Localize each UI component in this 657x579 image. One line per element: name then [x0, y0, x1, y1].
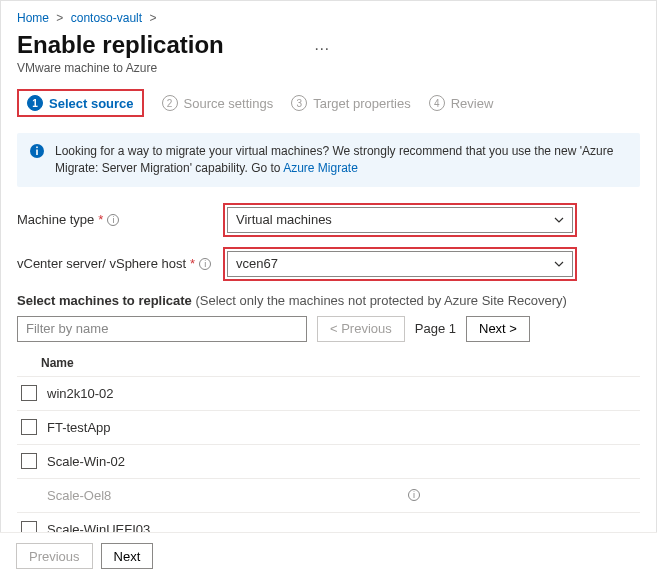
- help-icon[interactable]: i: [107, 214, 119, 226]
- step-label: Target properties: [313, 96, 411, 111]
- chevron-down-icon: [554, 259, 564, 269]
- section-select-machines: Select machines to replicate (Select onl…: [17, 293, 640, 308]
- step-target-properties[interactable]: 3 Target properties: [291, 95, 411, 111]
- section-hint: (Select only the machines not protected …: [195, 293, 566, 308]
- table-row[interactable]: Scale-Oel8i: [17, 478, 640, 512]
- label-text: vCenter server/ vSphere host: [17, 256, 186, 271]
- breadcrumb-sep: >: [56, 11, 63, 25]
- required-icon: *: [190, 256, 195, 271]
- label-vcenter: vCenter server/ vSphere host * i: [17, 256, 217, 271]
- info-banner: Looking for a way to migrate your virtua…: [17, 133, 640, 187]
- breadcrumb-sep: >: [149, 11, 156, 25]
- table-header: Name: [17, 350, 640, 376]
- more-menu[interactable]: …: [314, 36, 330, 54]
- label-text: Machine type: [17, 212, 94, 227]
- breadcrumb: Home > contoso-vault >: [17, 11, 640, 25]
- step-source-settings[interactable]: 2 Source settings: [162, 95, 274, 111]
- svg-rect-1: [36, 150, 38, 156]
- step-number-icon: 2: [162, 95, 178, 111]
- row-checkbox[interactable]: [21, 453, 37, 469]
- table-row[interactable]: Scale-Win-02: [17, 444, 640, 478]
- row-checkbox[interactable]: [21, 385, 37, 401]
- dropdown-vcenter[interactable]: vcen67: [227, 251, 573, 277]
- col-name: Name: [41, 356, 640, 370]
- breadcrumb-home[interactable]: Home: [17, 11, 49, 25]
- pager-next-button[interactable]: Next >: [466, 316, 530, 342]
- step-number-icon: 4: [429, 95, 445, 111]
- step-number-icon: 3: [291, 95, 307, 111]
- step-select-source[interactable]: 1 Select source: [17, 89, 144, 117]
- table-row[interactable]: win2k10-02: [17, 376, 640, 410]
- info-link-azure-migrate[interactable]: Azure Migrate: [283, 161, 358, 175]
- required-icon: *: [98, 212, 103, 227]
- help-icon[interactable]: i: [199, 258, 211, 270]
- page-subtitle: VMware machine to Azure: [17, 61, 640, 75]
- step-label: Select source: [49, 96, 134, 111]
- chevron-down-icon: [554, 215, 564, 225]
- wizard-steps: 1 Select source 2 Source settings 3 Targ…: [17, 89, 640, 117]
- row-name: Scale-Win-02: [47, 454, 640, 469]
- pager-prev-button[interactable]: < Previous: [317, 316, 405, 342]
- table-row[interactable]: FT-testApp: [17, 410, 640, 444]
- wizard-footer: Previous Next: [0, 532, 657, 579]
- row-name: FT-testApp: [47, 420, 640, 435]
- dropdown-value: Virtual machines: [236, 212, 332, 227]
- page-title: Enable replication: [17, 31, 224, 59]
- step-number-icon: 1: [27, 95, 43, 111]
- section-title: Select machines to replicate: [17, 293, 192, 308]
- step-label: Review: [451, 96, 494, 111]
- row-checkbox-disabled: [21, 487, 37, 503]
- footer-next-button[interactable]: Next: [101, 543, 154, 569]
- row-checkbox[interactable]: [21, 419, 37, 435]
- dropdown-value: vcen67: [236, 256, 278, 271]
- dropdown-machine-type[interactable]: Virtual machines: [227, 207, 573, 233]
- row-name: win2k10-02: [47, 386, 640, 401]
- row-name: Scale-Oel8: [47, 488, 408, 503]
- step-label: Source settings: [184, 96, 274, 111]
- step-review[interactable]: 4 Review: [429, 95, 494, 111]
- info-text: Looking for a way to migrate your virtua…: [55, 143, 628, 177]
- footer-previous-button[interactable]: Previous: [16, 543, 93, 569]
- pager-page-label: Page 1: [415, 321, 456, 336]
- filter-input[interactable]: [17, 316, 307, 342]
- svg-rect-2: [36, 147, 38, 149]
- info-icon: [29, 143, 45, 177]
- label-machine-type: Machine type * i: [17, 212, 217, 227]
- breadcrumb-vault[interactable]: contoso-vault: [71, 11, 142, 25]
- row-info-icon[interactable]: i: [408, 489, 420, 501]
